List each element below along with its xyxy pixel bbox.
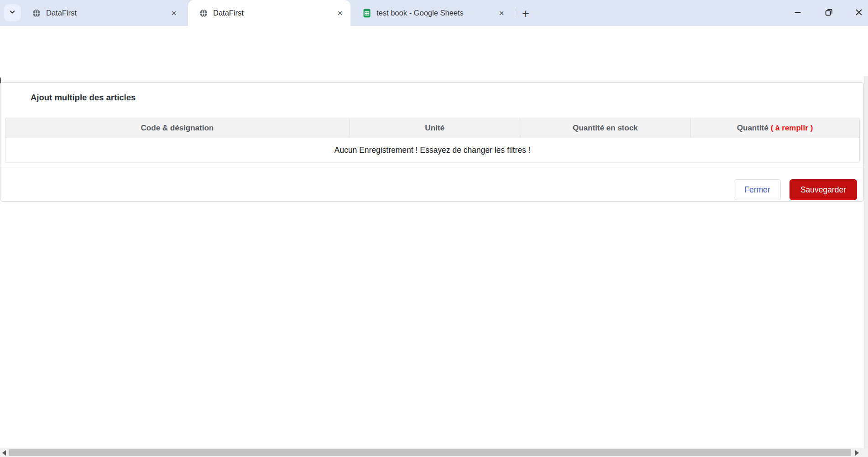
google-sheets-icon: [362, 9, 371, 18]
tab-title: test book - Google Sheets: [376, 9, 491, 17]
scroll-right-arrow[interactable]: [855, 450, 859, 456]
tab-datafirst-2-active[interactable]: DataFirst ×: [188, 0, 350, 26]
dialog-title: Ajout multiple des articles: [31, 93, 136, 103]
new-tab-button[interactable]: +: [518, 5, 534, 22]
tab-google-sheets[interactable]: test book - Google Sheets ×: [356, 0, 510, 26]
horizontal-scrollbar-thumb[interactable]: [9, 449, 851, 456]
tab-separator: [515, 9, 515, 18]
column-header-code: Code & désignation: [5, 118, 350, 138]
dialog-footer: Fermer Sauvegarder: [734, 179, 857, 200]
close-dialog-button[interactable]: Fermer: [734, 179, 781, 200]
empty-state-message: Aucun Enregistrement ! Essayez de change…: [5, 138, 860, 163]
restore-icon: [824, 7, 834, 19]
column-header-quantity: Quantité( à remplir ): [690, 118, 860, 138]
quantity-label: Quantité: [737, 124, 769, 132]
chevron-down-icon: [8, 7, 17, 18]
table-empty-row: Aucun Enregistrement ! Essayez de change…: [5, 138, 860, 163]
tab-title: DataFirst: [213, 9, 329, 17]
window-close-button[interactable]: [850, 5, 868, 22]
close-icon: [854, 7, 864, 19]
quantity-required-hint: ( à remplir ): [771, 124, 813, 132]
browser-toolbar: bba.swalis.alpha-dis.com/app/gestion-ach…: [0, 26, 868, 50]
tab-close-icon[interactable]: ×: [334, 7, 346, 19]
tab-search-button[interactable]: [4, 4, 21, 21]
window-restore-button[interactable]: [820, 5, 838, 22]
column-header-stock: Quantité en stock: [520, 118, 690, 138]
articles-table: Code & désignation Unité Quantité en sto…: [5, 118, 860, 163]
globe-icon: [199, 9, 208, 18]
tab-close-icon[interactable]: ×: [496, 7, 507, 19]
vertical-scrollbar-track[interactable]: [864, 76, 868, 448]
column-header-unit: Unité: [350, 118, 521, 138]
window-minimize-button[interactable]: [789, 5, 807, 22]
scroll-left-arrow[interactable]: [2, 450, 6, 456]
tab-title: DataFirst: [46, 9, 163, 17]
tab-datafirst-1[interactable]: DataFirst ×: [26, 0, 183, 26]
table-header-row: Code & désignation Unité Quantité en sto…: [5, 118, 860, 138]
add-articles-dialog: Ajout multiple des articles Code & désig…: [0, 82, 864, 202]
minimize-icon: [793, 7, 803, 19]
page-background: Ajout multiple des articles Code & désig…: [0, 76, 868, 448]
tab-strip: DataFirst × DataFirst × test book - Goog…: [0, 0, 868, 26]
tab-close-icon[interactable]: ×: [168, 7, 180, 19]
footer-divider: [0, 167, 863, 167]
bookmarks-bar: Tous les favoris: [0, 50, 868, 76]
globe-icon: [32, 9, 41, 18]
save-button[interactable]: Sauvegarder: [790, 179, 857, 200]
